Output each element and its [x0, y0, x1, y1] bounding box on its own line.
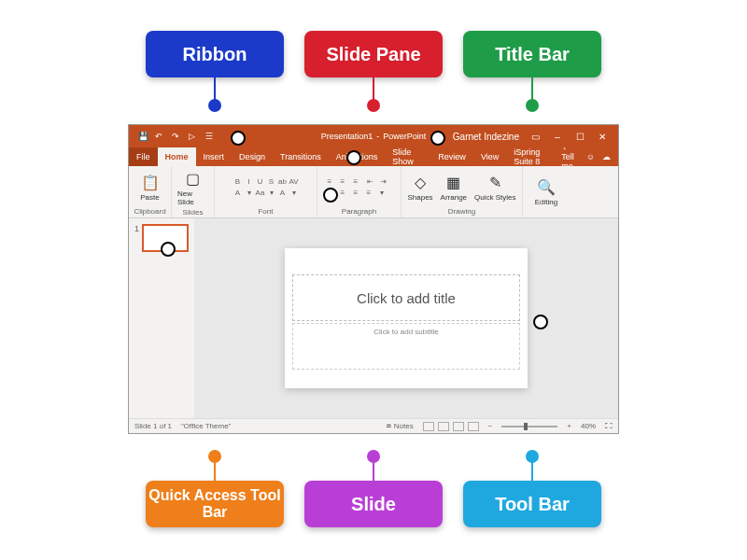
connector-dot-ribbon [208, 99, 221, 112]
document-name: Presentation1 [321, 132, 374, 141]
ribbon-group-drawing: ◇Shapes ▦Arrange ✎Quick Styles Drawing [402, 166, 523, 217]
zoom-out-icon[interactable]: − [488, 422, 493, 430]
editing-button[interactable]: 🔍Editing [535, 178, 557, 206]
start-from-beginning-icon[interactable]: ▷ [189, 132, 198, 141]
arrange-button[interactable]: ▦Arrange [441, 174, 467, 202]
ribbon: 📋Paste Clipboard ▢New Slide Slides BIUSa… [129, 166, 618, 218]
drop-target-ribbon-tabs[interactable] [346, 150, 361, 165]
tab-insert[interactable]: Insert [196, 147, 233, 166]
drop-target-ribbon[interactable] [323, 188, 338, 203]
minimize-button[interactable]: – [551, 132, 564, 142]
tab-home[interactable]: Home [158, 147, 196, 166]
title-bar: 💾 ↶ ↷ ▷ ☰ Presentation1 - PowerPoint Gar… [129, 125, 618, 147]
label-qat[interactable]: Quick Access Tool Bar [146, 481, 284, 527]
quick-access-toolbar: 💾 ↶ ↷ ▷ ☰ [129, 132, 215, 141]
app-name: PowerPoint [383, 132, 426, 141]
window-title: Presentation1 - PowerPoint [321, 132, 427, 141]
italic-icon[interactable]: I [245, 177, 254, 187]
arrange-icon: ▦ [446, 174, 460, 191]
group-label-drawing: Drawing [448, 207, 475, 216]
ribbon-group-slides: ▢New Slide Slides [172, 166, 215, 217]
drop-target-qat[interactable] [231, 131, 246, 146]
label-slide[interactable]: Slide [304, 481, 443, 527]
ribbon-display-icon[interactable]: ▭ [529, 132, 542, 142]
title-bar-right: Garnet Indezine ▭ – ☐ ✕ [453, 132, 618, 142]
tab-transitions[interactable]: Transitions [273, 147, 329, 166]
ribbon-group-font: BIUSabAV A▾Aa▾A▾ Font [215, 166, 317, 217]
connector-dot-slide [367, 450, 380, 463]
new-slide-icon: ▢ [186, 170, 200, 188]
status-slide-number: Slide 1 of 1 [134, 422, 172, 430]
bullets-icon[interactable]: ≡ [328, 177, 339, 187]
bold-icon[interactable]: B [233, 177, 243, 187]
numbering-icon[interactable]: ≡ [341, 177, 352, 187]
label-title-bar[interactable]: Title Bar [463, 31, 601, 77]
title-placeholder[interactable]: Click to add title [292, 274, 520, 321]
maximize-button[interactable]: ☐ [573, 132, 586, 142]
view-buttons [423, 422, 479, 431]
user-name: Garnet Indezine [453, 132, 519, 142]
shapes-button[interactable]: ◇Shapes [407, 174, 432, 202]
new-slide-button[interactable]: ▢New Slide [177, 170, 208, 206]
group-label-paragraph: Paragraph [342, 207, 376, 216]
slide[interactable]: Click to add title Click to add subtitle [285, 248, 528, 388]
tab-view[interactable]: View [473, 147, 506, 166]
touch-mode-icon[interactable]: ☰ [205, 132, 215, 141]
paste-button[interactable]: 📋Paste [140, 174, 159, 202]
subtitle-placeholder[interactable]: Click to add subtitle [292, 323, 520, 370]
label-tool-bar[interactable]: Tool Bar [463, 481, 601, 527]
account-icon[interactable]: ☺ [586, 152, 595, 161]
fit-window-icon[interactable]: ⛶ [605, 422, 613, 430]
ribbon-group-clipboard: 📋Paste Clipboard [129, 166, 172, 217]
slideshow-view-icon[interactable] [468, 422, 479, 431]
underline-icon[interactable]: U [256, 177, 265, 187]
align-right-icon[interactable]: ≡ [354, 189, 365, 198]
zoom-slider[interactable] [501, 426, 557, 427]
ribbon-tabs: File Home Insert Design Transitions Anim… [129, 147, 618, 166]
tab-file[interactable]: File [129, 147, 158, 166]
reading-view-icon[interactable] [453, 422, 464, 431]
drop-target-slide-pane[interactable] [161, 242, 176, 257]
find-icon: 🔍 [537, 178, 556, 196]
drop-target-title-bar[interactable] [430, 131, 445, 146]
save-icon[interactable]: 💾 [138, 132, 148, 141]
group-label-font: Font [258, 207, 273, 216]
tab-slide-show[interactable]: Slide Show [385, 147, 430, 166]
styles-icon: ✎ [489, 174, 501, 191]
tab-design[interactable]: Design [232, 147, 273, 166]
quick-styles-button[interactable]: ✎Quick Styles [474, 174, 515, 202]
sorter-view-icon[interactable] [438, 422, 449, 431]
undo-icon[interactable]: ↶ [155, 132, 164, 141]
close-button[interactable]: ✕ [596, 132, 609, 142]
status-bar: Slide 1 of 1 "Office Theme" ≐ Notes − + … [129, 418, 618, 433]
connector-dot-slide-pane [367, 99, 380, 112]
ribbon-group-editing: 🔍Editing [523, 166, 570, 217]
label-slide-pane[interactable]: Slide Pane [304, 31, 443, 77]
tab-ispring[interactable]: iSpring Suite 8 [506, 147, 561, 166]
clipboard-icon: 📋 [141, 174, 160, 191]
notes-button[interactable]: ≐ Notes [386, 422, 414, 430]
shapes-icon: ◇ [415, 174, 426, 191]
share-icon[interactable]: ☁ [602, 152, 611, 161]
zoom-percent[interactable]: 40% [581, 422, 596, 430]
align-center-icon[interactable]: ≡ [341, 189, 352, 198]
redo-icon[interactable]: ↷ [172, 132, 181, 141]
font-tools[interactable]: BIUSabAV A▾Aa▾A▾ [233, 177, 299, 198]
drop-target-slide[interactable] [533, 315, 548, 329]
normal-view-icon[interactable] [423, 422, 434, 431]
status-theme: "Office Theme" [181, 422, 231, 430]
connector-dot-title-bar [526, 99, 539, 112]
connector-dot-tool-bar [526, 450, 539, 463]
powerpoint-window: 💾 ↶ ↷ ▷ ☰ Presentation1 - PowerPoint Gar… [129, 125, 618, 433]
connector-dot-qat [208, 450, 221, 463]
slide-canvas: Click to add title Click to add subtitle [194, 218, 618, 418]
strike-icon[interactable]: S [267, 177, 276, 187]
tab-review[interactable]: Review [430, 147, 473, 166]
label-ribbon[interactable]: Ribbon [146, 31, 284, 77]
zoom-in-icon[interactable]: + [567, 422, 571, 430]
group-label-slides: Slides [183, 208, 204, 217]
title-separator: - [376, 132, 379, 141]
group-label-clipboard: Clipboard [134, 207, 165, 216]
thumb-number: 1 [134, 224, 139, 252]
